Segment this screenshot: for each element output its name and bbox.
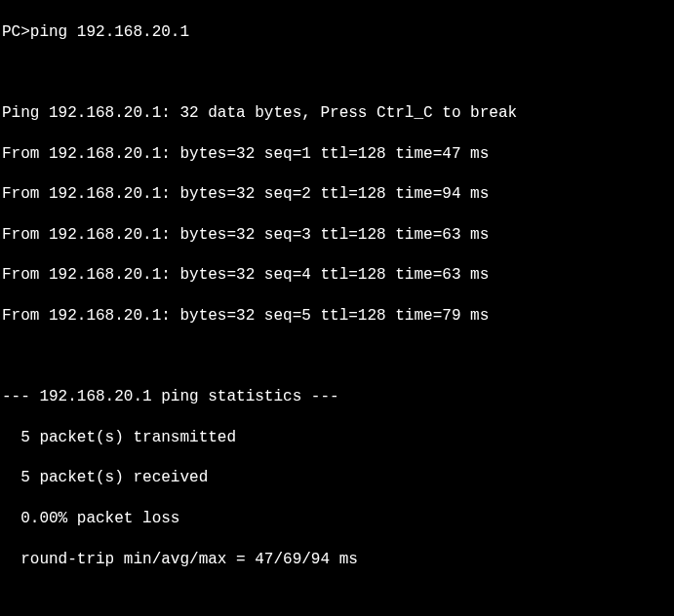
prompt: PC> — [2, 23, 30, 41]
stats-transmitted: 5 packet(s) transmitted — [2, 428, 674, 448]
blank-line — [2, 590, 674, 610]
ping-header: Ping 192.168.20.1: 32 data bytes, Press … — [2, 103, 674, 124]
terminal-window[interactable]: PC>ping 192.168.20.1 Ping 192.168.20.1: … — [0, 0, 674, 616]
stats-header: --- 192.168.20.1 ping statistics --- — [2, 387, 674, 407]
ping-reply: From 192.168.20.1: bytes=32 seq=1 ttl=12… — [2, 144, 674, 165]
ping-reply: From 192.168.20.1: bytes=32 seq=3 ttl=12… — [2, 225, 674, 246]
stats-received: 5 packet(s) received — [2, 468, 674, 488]
stats-loss: 0.00% packet loss — [2, 509, 674, 529]
command-line: PC>ping 192.168.20.1 — [2, 22, 674, 43]
ping-reply: From 192.168.20.1: bytes=32 seq=5 ttl=12… — [2, 306, 674, 327]
stats-rtt: round-trip min/avg/max = 47/69/94 ms — [2, 550, 674, 570]
blank-line — [2, 347, 674, 367]
command-text: ping 192.168.20.1 — [30, 23, 189, 41]
ping-reply: From 192.168.20.1: bytes=32 seq=4 ttl=12… — [2, 265, 674, 286]
blank-line — [2, 62, 674, 83]
ping-reply: From 192.168.20.1: bytes=32 seq=2 ttl=12… — [2, 184, 674, 205]
